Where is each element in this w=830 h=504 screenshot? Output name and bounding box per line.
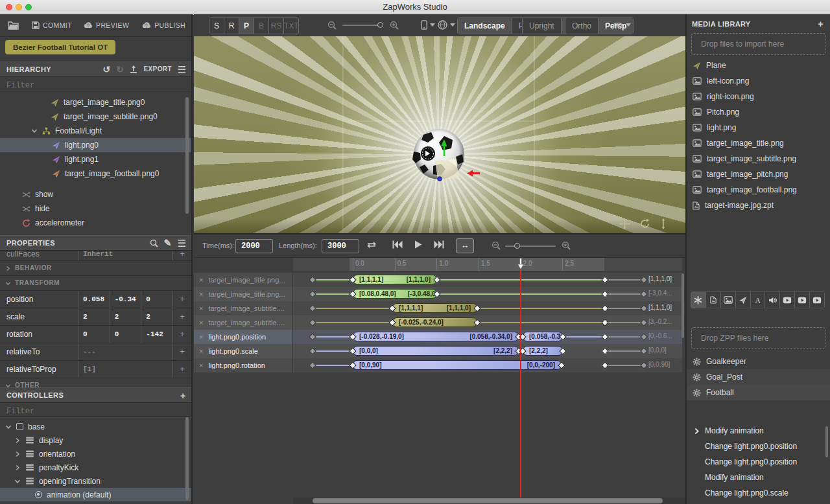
search-icon[interactable] — [150, 239, 158, 247]
football-object[interactable] — [412, 127, 466, 181]
export-icon[interactable] — [130, 65, 137, 73]
property-value[interactable]: 0 — [110, 326, 141, 343]
length-input[interactable] — [322, 239, 359, 253]
redo-icon[interactable]: ↻ — [116, 65, 124, 74]
track-lane[interactable]: [1,1,1,1][1,1,1,0][1,1,1,0] — [293, 301, 682, 315]
hierarchy-item-target-image-title-png0[interactable]: target_image_title.png0 — [0, 95, 191, 109]
property-value[interactable]: --- — [78, 343, 172, 360]
slider-knob[interactable] — [377, 22, 383, 28]
track-lane[interactable]: [1,1,1,1][1,1,1,0][1,1,1,0] — [293, 273, 682, 287]
track-lane[interactable]: [-0.025,-0.24,0][3,-0.2... — [293, 315, 682, 330]
keyframe-diamond[interactable] — [309, 361, 316, 369]
keyframe-diamond[interactable] — [640, 290, 647, 297]
keyframe-diamond[interactable] — [309, 319, 316, 326]
properties-menu-icon[interactable] — [178, 239, 185, 246]
track-name[interactable]: light.png0.rotation — [208, 361, 265, 369]
skip-end-icon[interactable] — [434, 240, 444, 249]
mode-button-p[interactable]: P — [239, 18, 254, 34]
keyframe-diamond[interactable] — [601, 304, 608, 312]
track-name[interactable]: light.png0.scale — [208, 347, 257, 355]
controllers-filter-input[interactable] — [0, 407, 179, 416]
mode-button-txt[interactable]: TXT — [284, 18, 298, 34]
controller-item-animation-default-[interactable]: animation (default) — [0, 488, 191, 501]
zpp-drop-zone[interactable]: Drop ZPP files here — [691, 327, 825, 349]
keyframe-diamond[interactable] — [601, 361, 608, 369]
track-name[interactable]: target_image_title.png... — [208, 276, 285, 284]
media-filter-video[interactable] — [780, 292, 795, 308]
scale-icon[interactable] — [659, 218, 667, 229]
property-value[interactable]: 2 — [78, 308, 110, 325]
property-value[interactable]: 2 — [110, 308, 141, 325]
media-filter-images[interactable] — [721, 292, 736, 308]
media-filter-planes[interactable] — [736, 292, 751, 308]
keyframe-diamond[interactable] — [640, 347, 647, 354]
hierarchy-filter[interactable] — [0, 77, 191, 91]
hierarchy-item-accelerometer[interactable]: accelerometer — [0, 216, 191, 230]
media-item-target-image-subtitle-png[interactable]: target_image_subtitle.png — [687, 151, 830, 166]
plus-icon[interactable]: + — [172, 308, 191, 325]
animation-segment[interactable]: [1,1,1,1][1,1,1,0] — [353, 275, 437, 284]
animation-segment[interactable]: [0.08,0.48,0][-3,0.48,0] — [353, 289, 437, 299]
toggle-ortho[interactable]: Ortho — [565, 18, 599, 34]
visibility-dropdown[interactable] — [613, 21, 631, 29]
rotate-icon[interactable] — [639, 218, 650, 229]
property-value[interactable]: -0.34 — [110, 291, 141, 308]
keyframe-diamond[interactable] — [309, 333, 316, 340]
keyframe-diamond[interactable] — [601, 347, 608, 354]
keyframe-diamond[interactable] — [309, 347, 316, 354]
track-lane[interactable]: [-0.028,-0.19,0][0.058,-0.34,0][0.058,-0… — [293, 330, 682, 344]
close-icon[interactable]: × — [199, 333, 203, 341]
hierarchy-item-target-image-subtitle-png0[interactable]: target_image_subtitle.png0 — [0, 109, 191, 124]
symbol-item-goalkeeper[interactable]: Goalkeeper — [687, 354, 830, 369]
property-value[interactable]: [1] — [78, 361, 172, 378]
loop-icon[interactable] — [366, 240, 377, 249]
keyframe-diamond[interactable] — [640, 304, 647, 312]
world-view-dropdown[interactable] — [438, 20, 455, 30]
plus-icon[interactable]: + — [172, 361, 191, 378]
timeline-zoom-slider[interactable] — [505, 246, 556, 247]
media-item-target-image-title-png[interactable]: target_image_title.png — [687, 135, 830, 151]
property-value[interactable]: -142 — [141, 326, 172, 343]
folder-open-icon[interactable] — [8, 21, 19, 30]
property-value[interactable]: 0.058 — [78, 291, 110, 308]
slider-knob[interactable] — [514, 243, 520, 249]
publish-button[interactable]: PUBLISH — [142, 21, 185, 29]
project-tag[interactable]: Bezier Football Tutorial OT — [5, 40, 115, 54]
undo-icon[interactable]: ↺ — [102, 65, 110, 74]
gizmo-y-axis-arrow[interactable] — [444, 146, 445, 156]
symbol-item-goal-post[interactable]: Goal_Post — [687, 369, 830, 385]
animation-segment[interactable]: [0.058,-0.34,0] — [523, 332, 563, 341]
hierarchy-item-light-png0[interactable]: light.png0 — [0, 138, 191, 152]
section-transform[interactable]: TRANSFORM — [0, 276, 191, 291]
mode-button-rs[interactable]: RS — [269, 18, 284, 34]
zoom-in-icon[interactable] — [390, 21, 399, 30]
media-item-pitch-png[interactable]: Pitch.png — [687, 104, 830, 120]
media-item-right-icon-png[interactable]: right-icon.png — [687, 89, 830, 104]
device-view-dropdown[interactable] — [421, 20, 435, 30]
controller-item-penaltykick[interactable]: penaltyKick — [0, 461, 191, 474]
commit-button[interactable]: COMMIT — [32, 21, 72, 29]
plus-icon[interactable]: + — [172, 291, 191, 308]
undo-item[interactable]: Modify animation — [687, 423, 830, 439]
media-drop-zone[interactable]: Drop files to import here — [691, 33, 825, 55]
section-behavior[interactable]: BEHAVIOR — [0, 261, 191, 276]
hierarchy-item-target-image-football-png0[interactable]: target_image_football.png0 — [0, 166, 191, 181]
timeline-ruler[interactable]: 0.00.51.01.52.02.5 — [194, 258, 685, 271]
media-filter-video-3[interactable] — [810, 292, 824, 308]
hierarchy-item-light-png1[interactable]: light.png1 — [0, 152, 191, 166]
plus-icon[interactable]: + — [172, 343, 191, 360]
animation-segment[interactable]: [0,0,0][2,2,2] — [353, 346, 519, 356]
track-name[interactable]: target_image_subtitle.... — [208, 319, 284, 326]
preview-button[interactable]: PREVIEW — [84, 21, 129, 29]
zoom-out-icon[interactable] — [327, 21, 337, 30]
hscroll-thumb[interactable] — [313, 498, 663, 503]
keyframe-diamond[interactable] — [309, 304, 316, 312]
animation-segment[interactable]: [-0.028,-0.19,0][0.058,-0.34,0] — [353, 332, 519, 341]
controller-item-base[interactable]: base — [0, 420, 191, 433]
timeline-hscrollbar[interactable] — [293, 498, 685, 504]
keyframe-diamond[interactable] — [640, 319, 647, 326]
media-filter-video-2[interactable] — [795, 292, 810, 308]
zoom-out-icon[interactable] — [492, 241, 501, 250]
viewport-3d-scene[interactable] — [194, 36, 685, 233]
media-item-target-image-football-png[interactable]: target_image_football.png — [687, 182, 830, 198]
